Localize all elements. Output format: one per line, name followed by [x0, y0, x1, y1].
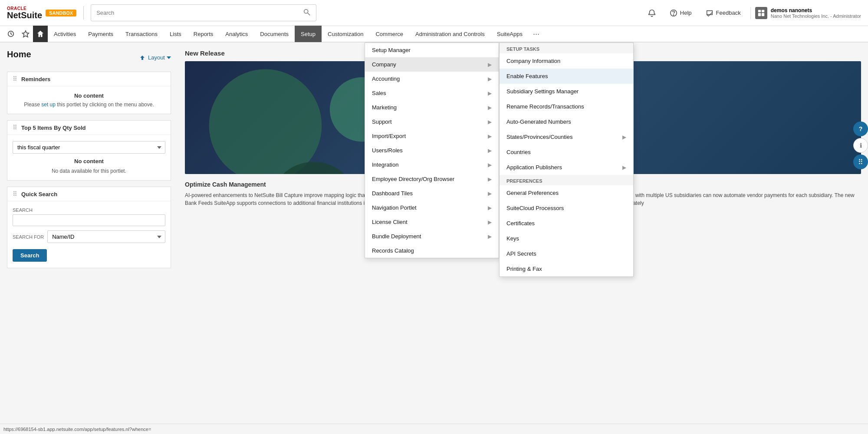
bundle-chevron: ▶ — [488, 233, 492, 240]
setup-manager-item[interactable]: Setup Manager — [365, 43, 499, 57]
nav-portlet-chevron: ▶ — [488, 205, 492, 211]
user-icon — [755, 7, 767, 19]
search-button[interactable]: Search — [13, 249, 47, 262]
subsidiary-settings-item[interactable]: Subsidiary Settings Manager — [500, 84, 633, 99]
page-title: Home — [7, 49, 31, 59]
nav-star-icon[interactable] — [18, 26, 33, 42]
svg-rect-6 — [758, 13, 761, 16]
users-chevron: ▶ — [488, 148, 492, 154]
dashboard-chevron: ▶ — [488, 191, 492, 197]
portlet-drag-handle[interactable]: ⠿ — [13, 76, 17, 82]
app-pub-chevron: ▶ — [622, 164, 626, 171]
search-bar — [91, 4, 316, 21]
app-publishers-item[interactable]: Application Publishers ▶ — [500, 160, 633, 175]
setup-employee-item[interactable]: Employee Directory/Org Browser ▶ — [365, 172, 499, 186]
top5-period-dropdown[interactable]: this fiscal quarter — [13, 141, 165, 154]
nav-suiteapps[interactable]: SuiteApps — [491, 26, 529, 42]
setup-nav-portlet-item[interactable]: Navigation Portlet ▶ — [365, 201, 499, 215]
rename-records-item[interactable]: Rename Records/Transactions — [500, 99, 633, 114]
nav-reports[interactable]: Reports — [187, 26, 220, 42]
nav-setup[interactable]: Setup — [295, 26, 322, 42]
api-secrets-item[interactable]: API Secrets — [500, 246, 633, 261]
states-provinces-item[interactable]: States/Provinces/Counties ▶ — [500, 129, 633, 145]
auto-generated-item[interactable]: Auto-Generated Numbers — [500, 114, 633, 129]
svg-point-3 — [673, 14, 674, 15]
nav-commerce[interactable]: Commerce — [369, 26, 409, 42]
reminders-setup-link[interactable]: set up — [41, 102, 56, 108]
suitecloud-item[interactable]: SuiteCloud Processors — [500, 201, 633, 216]
integration-chevron: ▶ — [488, 162, 492, 168]
countries-item[interactable]: Countries — [500, 145, 633, 160]
svg-point-10 — [209, 69, 322, 174]
setup-sales-item[interactable]: Sales ▶ — [365, 86, 499, 100]
preferences-header: PREFERENCES — [500, 175, 633, 185]
quicksearch-input[interactable] — [13, 214, 165, 226]
nav-analytics[interactable]: Analytics — [219, 26, 254, 42]
layout-label: Layout — [148, 54, 165, 61]
top5-title: Top 5 Items By Qty Sold — [21, 125, 86, 131]
setup-import-item[interactable]: Import/Export ▶ — [365, 129, 499, 143]
notification-icon[interactable] — [644, 9, 660, 17]
quicksearch-drag-handle[interactable]: ⠿ — [13, 191, 17, 197]
setup-license-item[interactable]: License Client ▶ — [365, 215, 499, 229]
marketing-chevron: ▶ — [488, 105, 492, 111]
nav-admin[interactable]: Administration and Controls — [409, 26, 491, 42]
company-submenu: SETUP TASKS Company Information Enable F… — [499, 43, 634, 277]
nav-payments[interactable]: Payments — [82, 26, 119, 42]
search-input[interactable] — [91, 6, 298, 20]
search-for-dropdown[interactable]: Name/ID — [47, 230, 165, 243]
setup-dashboard-item[interactable]: Dashboard Tiles ▶ — [365, 186, 499, 201]
setup-bundle-item[interactable]: Bundle Deployment ▶ — [365, 229, 499, 243]
feedback-action[interactable]: Feedback — [701, 9, 745, 17]
setup-accounting-item[interactable]: Accounting ▶ — [365, 72, 499, 86]
help-info-icon[interactable]: ℹ — [853, 138, 868, 153]
setup-integration-item[interactable]: Integration ▶ — [365, 158, 499, 172]
reminders-portlet: ⠿ Reminders No content Please set up thi… — [7, 72, 171, 114]
nav-activities[interactable]: Activities — [48, 26, 82, 42]
quicksearch-portlet: ⠿ Quick Search SEARCH SEARCH FOR Name/ID… — [7, 187, 171, 268]
statusbar: https://6968154-sb1.app.netsuite.com/app… — [0, 424, 868, 434]
nav-lists[interactable]: Lists — [164, 26, 187, 42]
setup-support-item[interactable]: Support ▶ — [365, 115, 499, 129]
quicksearch-title: Quick Search — [21, 191, 57, 197]
general-prefs-item[interactable]: General Preferences — [500, 185, 633, 201]
setup-users-item[interactable]: Users/Roles ▶ — [365, 143, 499, 158]
svg-line-1 — [308, 13, 310, 15]
top5-drag-handle[interactable]: ⠿ — [13, 124, 17, 131]
setup-records-item[interactable]: Records Catalog — [365, 243, 499, 258]
nav-home-icon[interactable] — [33, 26, 48, 42]
states-chevron: ▶ — [622, 134, 626, 140]
setup-company-item[interactable]: Company ▶ — [365, 57, 499, 72]
help-question-icon[interactable]: ? — [853, 122, 868, 136]
help-phone-icon[interactable]: ⠿ — [853, 155, 868, 169]
certificates-item[interactable]: Certificates — [500, 216, 633, 231]
nav-transactions[interactable]: Transactions — [119, 26, 164, 42]
search-label: SEARCH — [13, 207, 165, 213]
nav-customization[interactable]: Customization — [322, 26, 369, 42]
top5-portlet: ⠿ Top 5 Items By Qty Sold this fiscal qu… — [7, 120, 171, 181]
setup-dropdown: Setup Manager Company ▶ Accounting ▶ Sal… — [365, 43, 499, 258]
help-label: Help — [680, 10, 692, 16]
help-action[interactable]: Help — [665, 9, 696, 17]
printing-fax-item[interactable]: Printing & Fax — [500, 261, 633, 276]
enable-features-item[interactable]: Enable Features — [500, 69, 633, 84]
reminders-no-content: No content — [13, 92, 165, 99]
layout-button[interactable]: Layout — [148, 54, 171, 61]
user-area[interactable]: demos nanonets Nano Net Technologies Inc… — [750, 7, 861, 19]
employee-chevron: ▶ — [488, 176, 492, 182]
top5-no-data: No data available for this portlet. — [13, 168, 165, 174]
svg-marker-9 — [23, 31, 29, 37]
nav-history-icon[interactable] — [3, 26, 18, 42]
setup-marketing-item[interactable]: Marketing ▶ — [365, 100, 499, 115]
keys-item[interactable]: Keys — [500, 231, 633, 246]
reminders-title: Reminders — [21, 76, 50, 82]
nav-documents[interactable]: Documents — [254, 26, 295, 42]
nav-more-icon[interactable]: ··· — [529, 30, 544, 39]
support-chevron: ▶ — [488, 119, 492, 125]
setup-tasks-header: SETUP TASKS — [500, 43, 633, 53]
svg-rect-4 — [758, 10, 761, 12]
sales-chevron: ▶ — [488, 90, 492, 96]
search-icon[interactable] — [298, 5, 316, 21]
company-info-item[interactable]: Company Information — [500, 53, 633, 69]
help-widget: ? ℹ ⠿ — [853, 122, 868, 169]
